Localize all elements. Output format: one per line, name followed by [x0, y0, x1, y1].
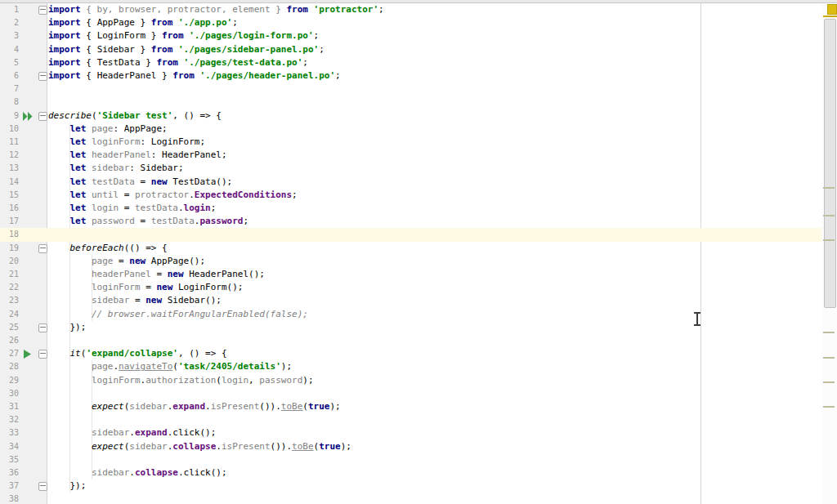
gutter-row[interactable]: 19	[0, 242, 47, 256]
gutter-row[interactable]: 12	[0, 149, 47, 163]
gutter-row[interactable]: 8	[0, 96, 47, 109]
line-number[interactable]: 25	[0, 321, 19, 334]
gutter-row[interactable]: 7	[0, 83, 47, 96]
code-line[interactable]: headerPanel = new HeaderPanel();	[48, 268, 265, 282]
code-line[interactable]: let headerPanel: HeaderPanel;	[48, 149, 227, 163]
line-number[interactable]: 15	[0, 189, 19, 202]
code-line[interactable]: sidebar.collapse.click();	[48, 466, 227, 480]
code-line[interactable]: loginForm.authorization(login, password)…	[48, 374, 314, 388]
line-number[interactable]: 5	[0, 56, 19, 69]
fold-marker-end[interactable]	[38, 323, 47, 332]
code-line[interactable]: import { AppPage } from './app.po';	[48, 16, 238, 30]
gutter-row[interactable]: 17	[0, 215, 47, 229]
fold-marker-start[interactable]	[38, 112, 47, 121]
gutter-row[interactable]: 27	[0, 347, 47, 361]
line-number[interactable]: 37	[0, 479, 19, 493]
line-number[interactable]: 32	[0, 413, 19, 426]
gutter-row[interactable]: 35	[0, 453, 47, 467]
fold-marker-start[interactable]	[38, 6, 47, 15]
gutter-row[interactable]: 23	[0, 294, 47, 308]
line-number[interactable]: 21	[0, 268, 19, 281]
line-number[interactable]: 34	[0, 440, 19, 453]
code-line[interactable]: import { TestData } from './pages/test-d…	[48, 56, 308, 70]
gutter-row[interactable]: 32	[0, 413, 47, 427]
gutter-row[interactable]: 29	[0, 374, 47, 388]
line-number[interactable]: 2	[0, 16, 19, 29]
code-line[interactable]: let sidebar: Sidebar;	[48, 162, 184, 176]
line-number[interactable]: 23	[0, 294, 19, 307]
line-number[interactable]: 27	[0, 347, 19, 360]
code-line[interactable]: });	[48, 479, 86, 493]
code-line[interactable]: import { by, browser, protractor, elemen…	[48, 3, 384, 17]
line-number[interactable]: 13	[0, 162, 19, 175]
fold-marker-end[interactable]	[38, 72, 47, 81]
gutter-row[interactable]: 18	[0, 228, 47, 242]
code-line[interactable]: import { HeaderPanel } from './pages/hea…	[48, 69, 341, 83]
gutter-row[interactable]: 26	[0, 334, 47, 348]
gutter-row[interactable]: 21	[0, 268, 47, 282]
code-line[interactable]: it('expand/collapse', () => {	[48, 347, 227, 361]
code-line[interactable]: loginForm = new LoginForm();	[48, 281, 243, 295]
gutter-row[interactable]: 25	[0, 321, 47, 335]
gutter-row[interactable]: 6	[0, 69, 47, 83]
line-number[interactable]: 10	[0, 123, 19, 136]
gutter-row[interactable]: 24	[0, 308, 47, 322]
code-line[interactable]: });	[48, 321, 86, 335]
line-number[interactable]: 26	[0, 334, 19, 347]
code-line[interactable]: let page: AppPage;	[48, 123, 168, 136]
code-line[interactable]: import { LoginForm } from './pages/login…	[48, 29, 319, 43]
gutter-row[interactable]: 10	[0, 123, 47, 136]
code-line[interactable]: describe('Sidebar test', () => {	[48, 109, 222, 123]
line-number[interactable]: 18	[0, 228, 19, 241]
code-line[interactable]: let password = testData.password;	[48, 215, 248, 229]
line-number[interactable]: 11	[0, 136, 19, 149]
line-number[interactable]: 9	[0, 109, 19, 123]
gutter-row[interactable]: 5	[0, 56, 47, 70]
gutter-row[interactable]: 16	[0, 202, 47, 216]
gutter-row[interactable]: 33	[0, 426, 47, 440]
gutter-row[interactable]: 15	[0, 189, 47, 203]
line-number[interactable]: 28	[0, 360, 19, 373]
line-number[interactable]: 14	[0, 176, 19, 189]
code-line[interactable]: sidebar = new Sidebar();	[48, 294, 222, 308]
run-all-tests-icon[interactable]	[22, 111, 34, 122]
line-number[interactable]: 38	[0, 493, 19, 504]
line-number[interactable]: 19	[0, 242, 19, 255]
code-line[interactable]: let login = testData.login;	[48, 202, 216, 216]
line-number[interactable]: 29	[0, 374, 19, 387]
fold-marker-end[interactable]	[38, 482, 47, 491]
stripe-mark[interactable]	[823, 215, 835, 216]
line-number[interactable]: 24	[0, 308, 19, 321]
code-line[interactable]: let loginForm: LoginForm;	[48, 136, 205, 149]
fold-marker-start[interactable]	[38, 350, 47, 359]
gutter-row[interactable]: 2	[0, 16, 47, 30]
inspection-status-icon[interactable]	[827, 4, 837, 15]
line-number[interactable]: 31	[0, 400, 19, 413]
stripe-mark[interactable]	[823, 381, 835, 383]
code-line[interactable]: expect(sidebar.expand.isPresent()).toBe(…	[48, 400, 341, 414]
code-line[interactable]: import { Sidebar } from './pages/sidebar…	[48, 43, 325, 57]
gutter-row[interactable]: 13	[0, 162, 47, 176]
gutter-row[interactable]: 11	[0, 136, 47, 149]
line-number[interactable]: 35	[0, 453, 19, 466]
line-number[interactable]: 36	[0, 466, 19, 479]
gutter-row[interactable]: 31	[0, 400, 47, 414]
gutter-row[interactable]: 36	[0, 466, 47, 480]
line-number[interactable]: 17	[0, 215, 19, 228]
line-number[interactable]: 12	[0, 149, 19, 162]
gutter-row[interactable]: 30	[0, 387, 47, 401]
line-number[interactable]: 3	[0, 29, 19, 42]
line-number[interactable]: 16	[0, 202, 19, 215]
line-number[interactable]: 30	[0, 387, 19, 400]
code-line[interactable]: expect(sidebar.collapse.isPresent()).toB…	[48, 440, 351, 454]
gutter-row[interactable]: 9	[0, 109, 47, 123]
scrollbar-thumb[interactable]	[824, 19, 836, 308]
stripe-mark[interactable]	[823, 406, 835, 408]
gutter-row[interactable]: 4	[0, 43, 47, 57]
code-line[interactable]: page.navigateTo('task/2405/details');	[48, 360, 292, 374]
gutter-row[interactable]: 20	[0, 255, 47, 269]
gutter-row[interactable]: 37	[0, 479, 47, 493]
line-number[interactable]: 1	[0, 3, 19, 16]
line-number[interactable]: 7	[0, 83, 19, 96]
gutter-row[interactable]: 22	[0, 281, 47, 295]
